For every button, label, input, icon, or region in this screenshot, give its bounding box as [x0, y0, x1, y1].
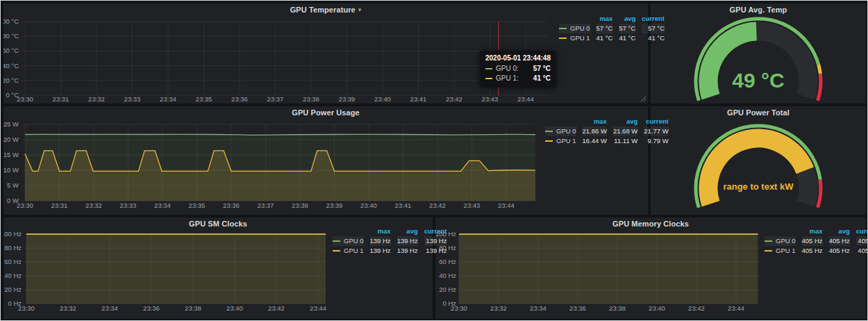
tooltip-timestamp: 2020-05-01 23:44:48 [485, 54, 551, 62]
legend-stat-value: 405 Hz [802, 236, 823, 246]
grafana-dashboard: GPU Temperature ▾ 100 °C80 °C60 °C40 °C2… [0, 0, 868, 321]
svg-text:23:40: 23:40 [374, 95, 391, 103]
legend-stat-value: 21.86 W [583, 126, 607, 136]
tooltip-row: GPU 1: 41 °C [485, 74, 551, 83]
svg-text:10 W: 10 W [3, 166, 19, 174]
legend-stat-value: 405 Hz [829, 246, 850, 256]
svg-text:23:32: 23:32 [85, 201, 102, 209]
legend-stat-value: 139 Hz [424, 246, 447, 256]
panel-gpu-temperature: GPU Temperature ▾ 100 °C80 °C60 °C40 °C2… [3, 3, 648, 104]
series-color-dash [545, 131, 553, 132]
chart-tooltip: 2020-05-01 23:44:48 GPU 0: 57 °C GPU 1: … [480, 51, 556, 88]
tooltip-series-label: GPU 1: [496, 74, 519, 83]
svg-text:23:30: 23:30 [18, 304, 35, 312]
legend-series-toggle[interactable]: GPU 1 [559, 33, 590, 43]
panel-menu-gpu-avg-temp[interactable]: GPU Avg. Temp [651, 3, 866, 15]
legend-stat-value: 405 Hz [856, 236, 868, 246]
svg-text:23:40: 23:40 [649, 304, 665, 312]
panel-menu-gpu-sm-clocks[interactable]: GPU SM Clocks [3, 217, 433, 229]
svg-text:23:36: 23:36 [569, 304, 586, 312]
legend-series-toggle[interactable]: GPU 0 [559, 24, 590, 33]
tooltip-series-value: 57 °C [526, 64, 551, 74]
svg-text:23:43: 23:43 [482, 95, 499, 103]
svg-text:25 W: 25 W [3, 120, 19, 128]
legend-stat-value: 139 Hz [397, 236, 418, 246]
legend-stat-value: 9.79 W [644, 136, 668, 146]
series-color-dash [485, 78, 492, 79]
legend-stat-value: 41 °C [642, 33, 665, 43]
svg-text:23:38: 23:38 [292, 201, 308, 209]
legend-stat-value: 16.44 W [583, 136, 607, 146]
legend-stat-value: 139 Hz [370, 236, 391, 246]
legend-header-spacer [559, 14, 590, 24]
svg-text:23:34: 23:34 [154, 201, 171, 209]
svg-text:15 W: 15 W [3, 151, 19, 158]
panel-menu-gpu-power-usage[interactable]: GPU Power Usage [3, 106, 648, 118]
svg-text:23:35: 23:35 [189, 201, 206, 209]
legend-stat-value: 57 °C [619, 24, 635, 33]
svg-text:20 Hz: 20 Hz [4, 286, 22, 293]
legend-stat-value: 41 °C [619, 33, 635, 43]
svg-text:60 Hz: 60 Hz [4, 258, 22, 265]
legend-series-label: GPU 0 [776, 236, 796, 246]
gauge-value: range to text kW [651, 181, 866, 192]
svg-text:23:32: 23:32 [88, 95, 105, 103]
panel-resize-handle[interactable] [640, 96, 646, 102]
panel-menu-gpu-power-total[interactable]: GPU Power Total [651, 106, 866, 118]
legend-gpu-sm-clocks: maxavgcurrentGPU 0139 Hz139 Hz139 HzGPU … [333, 227, 430, 256]
series-color-dash [559, 38, 567, 39]
svg-text:60 °C: 60 °C [3, 47, 19, 54]
legend-column-header: avg [613, 117, 637, 126]
legend-series-label: GPU 1 [776, 246, 796, 256]
svg-text:100 Hz: 100 Hz [3, 230, 22, 238]
svg-text:23:42: 23:42 [688, 304, 705, 312]
legend-series-toggle[interactable]: GPU 0 [545, 126, 576, 136]
legend-gpu-memory-clocks: maxavgcurrentGPU 0405 Hz405 Hz405 HzGPU … [765, 227, 862, 256]
svg-text:23:37: 23:37 [258, 201, 274, 209]
legend-stat-value: 405 Hz [829, 236, 850, 246]
svg-text:23:36: 23:36 [231, 95, 248, 103]
legend-column-header: max [596, 14, 613, 24]
legend-series-label: GPU 0 [344, 236, 364, 246]
series-color-dash [333, 250, 340, 252]
svg-text:40 °C: 40 °C [3, 62, 19, 69]
svg-text:23:44: 23:44 [310, 304, 326, 312]
svg-text:23:36: 23:36 [143, 304, 160, 312]
svg-text:23:44: 23:44 [728, 304, 744, 312]
legend-series-label: GPU 1 [570, 33, 590, 43]
legend-stat-value: 11.11 W [613, 136, 637, 146]
svg-text:23:42: 23:42 [446, 95, 462, 103]
legend-column-header: current [644, 117, 668, 126]
legend-series-label: GPU 0 [570, 24, 590, 33]
legend-stat-value: 21.68 W [613, 126, 637, 136]
svg-text:20 W: 20 W [3, 135, 19, 143]
svg-text:23:40: 23:40 [226, 304, 243, 312]
series-color-dash [545, 140, 553, 142]
legend-series-toggle[interactable]: GPU 1 [545, 136, 576, 146]
svg-text:80 °C: 80 °C [3, 32, 19, 40]
svg-text:23:30: 23:30 [17, 201, 33, 209]
panel-title: GPU Memory Clocks [612, 220, 689, 228]
svg-text:23:32: 23:32 [60, 304, 76, 312]
legend-series-toggle[interactable]: GPU 0 [765, 236, 796, 246]
svg-text:23:43: 23:43 [464, 201, 481, 209]
series-color-dash [765, 250, 772, 252]
svg-text:23:31: 23:31 [51, 201, 68, 209]
series-color-dash [765, 240, 772, 242]
legend-series-label: GPU 1 [344, 246, 364, 256]
panel-gpu-power-usage: GPU Power Usage 25 W20 W15 W10 W5 W0 W23… [3, 106, 648, 215]
svg-text:23:41: 23:41 [410, 95, 427, 103]
legend-stat-value: 57 °C [642, 24, 665, 33]
panel-gpu-power-total: GPU Power Total range to text kW [651, 106, 866, 215]
panel-menu-gpu-memory-clocks[interactable]: GPU Memory Clocks [435, 217, 866, 229]
series-color-dash [485, 68, 492, 69]
svg-text:23:42: 23:42 [268, 304, 285, 312]
panel-gpu-memory-clocks: GPU Memory Clocks 100 Hz80 Hz60 Hz40 Hz2… [435, 217, 866, 319]
svg-text:60 Hz: 60 Hz [439, 258, 456, 265]
legend-series-toggle[interactable]: GPU 1 [765, 246, 796, 256]
panel-menu-gpu-temperature[interactable]: GPU Temperature ▾ [3, 3, 648, 15]
legend-series-toggle[interactable]: GPU 0 [333, 236, 364, 246]
legend-series-toggle[interactable]: GPU 1 [333, 246, 364, 256]
svg-text:100 °C: 100 °C [3, 17, 19, 25]
legend-gpu-power-usage: maxavgcurrentGPU 021.86 W21.68 W21.77 WG… [545, 117, 646, 146]
